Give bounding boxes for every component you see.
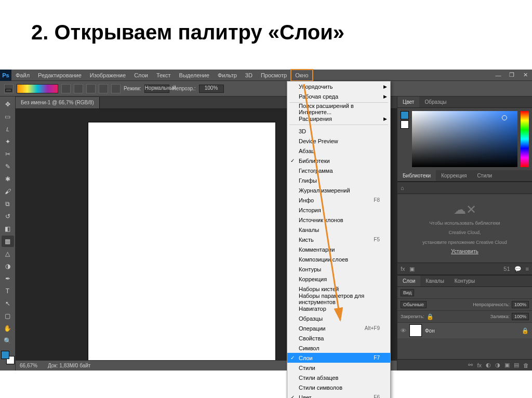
layer-opacity[interactable]: 100%	[512, 301, 529, 308]
lasso-tool[interactable]: 𝘓	[2, 123, 14, 135]
mask-icon[interactable]: ▣	[409, 266, 415, 272]
menuitem-композиции-слоев[interactable]: Композиции слоев	[287, 254, 390, 264]
type-tool[interactable]: T	[2, 285, 14, 297]
hue-slider[interactable]	[521, 111, 529, 167]
blur-tool[interactable]: △	[2, 248, 14, 259]
menuitem-кисть[interactable]: КистьF5	[287, 235, 390, 244]
maximize-button[interactable]: ❐	[505, 71, 518, 80]
menu-слои[interactable]: Слои	[130, 70, 152, 81]
wand-tool[interactable]: ✦	[2, 136, 14, 147]
color-tab[interactable]: Цвет	[397, 97, 419, 107]
menu-icon[interactable]: ≡	[526, 266, 529, 272]
gradient-diamond-icon[interactable]	[111, 84, 121, 93]
gradient-angle-icon[interactable]	[86, 84, 96, 93]
new-layer-icon[interactable]: ▤	[514, 362, 519, 368]
brush-tool[interactable]: 🖌	[2, 186, 14, 197]
menuitem-источник-клонов[interactable]: Источник клонов	[287, 215, 390, 225]
kind-filter[interactable]: Вид	[401, 289, 414, 296]
menu-файл[interactable]: Файл	[11, 70, 34, 81]
gradient-linear-icon[interactable]	[61, 84, 71, 93]
stamp-tool[interactable]: ⧉	[2, 198, 14, 210]
menuitem-слои[interactable]: ✓СлоиF7	[287, 353, 390, 363]
menuitem-гистограмма[interactable]: Гистограмма	[287, 166, 390, 175]
menu-редактирование[interactable]: Редактирование	[34, 70, 86, 81]
menuitem-расширения[interactable]: Расширения▶	[287, 114, 390, 123]
menuitem-глифы[interactable]: Глифы	[287, 175, 390, 185]
menuitem-история[interactable]: История	[287, 205, 390, 215]
path-tool[interactable]: ↖	[2, 298, 14, 309]
menuitem-поиск-расширений-в-интернете...[interactable]: Поиск расширений в Интернете...	[287, 104, 390, 114]
heal-tool[interactable]: ✱	[2, 173, 14, 185]
menuitem-образцы[interactable]: Образцы	[287, 313, 390, 323]
history-brush-tool[interactable]: ↺	[2, 211, 14, 222]
menu-текст[interactable]: Текст	[152, 70, 175, 81]
menuitem-комментарии[interactable]: Комментарии	[287, 244, 390, 254]
menu-просмотр[interactable]: Просмотр	[257, 70, 291, 81]
menuitem-журнал-измерений[interactable]: Журнал измерений	[287, 185, 390, 195]
menuitem-цвет[interactable]: ✓ЦветF6	[287, 392, 390, 398]
libraries-tab[interactable]: Библиотеки	[397, 170, 436, 181]
menu-изображение[interactable]: Изображение	[86, 70, 130, 81]
layer-thumbnail[interactable]	[409, 324, 422, 337]
dodge-tool[interactable]: ◑	[2, 260, 14, 272]
tool-preset-icon[interactable]: ▭	[4, 84, 14, 93]
link-layers-icon[interactable]: ⚯	[468, 362, 473, 368]
marquee-tool[interactable]: ▭	[2, 111, 14, 122]
blend-mode[interactable]: Обычные	[401, 301, 427, 308]
eraser-tool[interactable]: ◧	[2, 223, 14, 235]
layers-tab[interactable]: Слои	[397, 276, 420, 286]
channels-tab[interactable]: Каналы	[420, 276, 449, 286]
layer-fx-icon[interactable]: fx	[477, 362, 482, 368]
install-link[interactable]: Установить	[451, 249, 478, 254]
fx-icon[interactable]: fx	[401, 266, 405, 272]
zoom-level[interactable]: 66,67%	[20, 363, 37, 368]
foreground-background-swatch[interactable]	[1, 351, 15, 364]
menuitem-рабочая-среда[interactable]: Рабочая среда▶	[287, 91, 390, 101]
menuitem-наборы-параметров-для-инструментов[interactable]: Наборы параметров для инструментов	[287, 294, 390, 304]
menuitem-контуры[interactable]: Контуры	[287, 264, 390, 274]
menuitem-3d[interactable]: 3D	[287, 126, 390, 136]
layer-row[interactable]: 👁 Фон 🔒	[397, 323, 532, 338]
menuitem-упорядочить[interactable]: Упорядочить▶	[287, 81, 390, 91]
menuitem-каналы[interactable]: Каналы	[287, 225, 390, 235]
crop-tool[interactable]: ✂	[2, 148, 14, 160]
fill-value[interactable]: 100%	[512, 313, 529, 320]
gradient-tool[interactable]: ▦	[2, 236, 14, 247]
menuitem-стили[interactable]: Стили	[287, 363, 390, 373]
menuitem-стили-абзацев[interactable]: Стили абзацев	[287, 373, 390, 382]
menu-выделение[interactable]: Выделение	[175, 70, 214, 81]
menuitem-инфо[interactable]: ИнфоF8	[287, 195, 390, 205]
swatches-tab[interactable]: Образцы	[419, 97, 451, 107]
menu-3d[interactable]: 3D	[241, 70, 257, 81]
delete-layer-icon[interactable]: 🗑	[523, 362, 529, 368]
styles-tab[interactable]: Стили	[472, 170, 497, 181]
eyedropper-tool[interactable]: ✎	[2, 161, 14, 172]
lock-all-icon[interactable]: 🔒	[427, 313, 434, 320]
comments-icon[interactable]: 💬	[514, 266, 522, 272]
gradient-preview[interactable]	[17, 84, 58, 93]
minimize-button[interactable]: —	[491, 71, 505, 80]
lib-home-icon[interactable]: ⌂	[401, 185, 404, 191]
opacity-input[interactable]: 100%	[199, 85, 224, 93]
zoom-tool[interactable]: 🔍	[2, 335, 14, 347]
mode-select[interactable]: Нормальный	[144, 85, 169, 93]
menuitem-свойства[interactable]: Свойства	[287, 333, 390, 343]
color-field[interactable]	[412, 111, 517, 167]
menuitem-стили-символов[interactable]: Стили символов	[287, 382, 390, 392]
layer-mask-icon[interactable]: ◐	[486, 362, 491, 368]
canvas[interactable]	[88, 122, 275, 361]
shape-tool[interactable]: ▢	[2, 310, 14, 322]
document-tab[interactable]: Без имени-1 @ 66,7% (RGB/8)	[16, 97, 100, 108]
menuitem-символ[interactable]: Символ	[287, 343, 390, 353]
menuitem-абзац[interactable]: Абзац	[287, 146, 390, 156]
group-icon[interactable]: ▣	[504, 362, 510, 368]
menuitem-коррекция[interactable]: Коррекция	[287, 274, 390, 284]
visibility-icon[interactable]: 👁	[401, 327, 406, 334]
menuitem-device-preview[interactable]: Device Preview	[287, 136, 390, 146]
layer-name[interactable]: Фон	[425, 328, 435, 334]
move-tool[interactable]: ✥	[2, 99, 14, 110]
close-button[interactable]: ✕	[518, 71, 532, 80]
pen-tool[interactable]: ✒	[2, 273, 14, 284]
history-icon[interactable]: 51	[503, 266, 510, 272]
menu-окно[interactable]: Окно	[291, 70, 313, 81]
